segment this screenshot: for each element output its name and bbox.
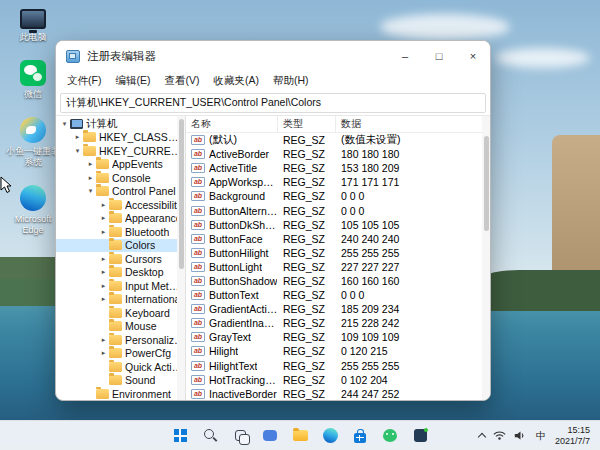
value-name-cell: abActiveTitle bbox=[186, 162, 278, 174]
value-row[interactable]: abHilightTextREG_SZ255 255 255 bbox=[186, 359, 482, 373]
start-icon bbox=[174, 429, 187, 442]
address-input[interactable] bbox=[60, 93, 486, 113]
tree-item[interactable]: ▸Personalization bbox=[56, 333, 185, 347]
taskbar-edge-button[interactable] bbox=[317, 423, 343, 449]
tree-item[interactable]: Quick Actions bbox=[56, 360, 185, 374]
list-scrollbar[interactable] bbox=[482, 116, 490, 400]
menu-item[interactable]: 文件(F) bbox=[60, 71, 108, 90]
chevron-right-icon[interactable]: ▸ bbox=[98, 201, 109, 209]
list-scrollbar-thumb[interactable] bbox=[484, 136, 489, 231]
value-row[interactable]: abButtonLightREG_SZ227 227 227 bbox=[186, 260, 482, 274]
value-row[interactable]: abButtonHilightREG_SZ255 255 255 bbox=[186, 246, 482, 260]
taskbar-task-view-button[interactable] bbox=[227, 423, 253, 449]
desktop-icon-this-pc[interactable]: 此电脑 bbox=[2, 6, 64, 43]
chevron-right-icon[interactable]: ▸ bbox=[98, 228, 109, 236]
taskbar-store-button[interactable] bbox=[347, 423, 373, 449]
value-row[interactable]: abInactiveBorderREG_SZ244 247 252 bbox=[186, 387, 482, 400]
tree-item[interactable]: ▸Appearance bbox=[56, 212, 185, 226]
folder-icon bbox=[109, 294, 122, 304]
tree-item[interactable]: ▸PowerCfg bbox=[56, 347, 185, 361]
value-row[interactable]: abGradientActive...REG_SZ185 209 234 bbox=[186, 302, 482, 316]
tree-item[interactable]: ▸Cursors bbox=[56, 252, 185, 266]
value-row[interactable]: abButtonAlternat...REG_SZ0 0 0 bbox=[186, 203, 482, 217]
value-row[interactable]: ab(默认)REG_SZ(数值未设置) bbox=[186, 133, 482, 147]
tree-item[interactable]: ▸Input Method bbox=[56, 279, 185, 293]
value-row[interactable]: abButtonTextREG_SZ0 0 0 bbox=[186, 288, 482, 302]
tree-item[interactable]: ▸Accessibility bbox=[56, 198, 185, 212]
tree-item[interactable]: ▸International bbox=[56, 293, 185, 307]
chevron-right-icon[interactable]: ▸ bbox=[98, 336, 109, 344]
taskbar-start-button[interactable] bbox=[167, 423, 193, 449]
tree-scrollbar-thumb[interactable] bbox=[179, 119, 184, 269]
value-row[interactable]: abBackgroundREG_SZ0 0 0 bbox=[186, 189, 482, 203]
value-row[interactable]: abHotTrackingCo...REG_SZ0 102 204 bbox=[186, 373, 482, 387]
tree-item-label: Cursors bbox=[125, 253, 162, 265]
value-row[interactable]: abActiveTitleREG_SZ153 180 209 bbox=[186, 161, 482, 175]
value-row[interactable]: abButtonShadowREG_SZ160 160 160 bbox=[186, 274, 482, 288]
menu-item[interactable]: 帮助(H) bbox=[266, 71, 316, 90]
tree-item[interactable]: ▸Console bbox=[56, 171, 185, 185]
column-header[interactable]: 类型 bbox=[278, 116, 336, 132]
chevron-down-icon[interactable]: ▾ bbox=[85, 187, 96, 195]
minimize-button[interactable]: – bbox=[388, 41, 422, 71]
value-data: 185 209 234 bbox=[336, 303, 482, 315]
tree-scrollbar[interactable] bbox=[177, 116, 185, 400]
tree-item[interactable]: Environment bbox=[56, 387, 185, 400]
tree-item[interactable]: Keyboard bbox=[56, 306, 185, 320]
chevron-down-icon[interactable]: ▾ bbox=[72, 147, 83, 155]
taskbar-file-explorer-button[interactable] bbox=[287, 423, 313, 449]
chevron-right-icon[interactable]: ▸ bbox=[98, 295, 109, 303]
chevron-right-icon[interactable]: ▸ bbox=[98, 349, 109, 357]
volume-icon[interactable] bbox=[510, 423, 531, 449]
tree-item[interactable]: Mouse bbox=[56, 320, 185, 334]
tree-item[interactable]: ▾计算机 bbox=[56, 117, 185, 131]
menu-item[interactable]: 查看(V) bbox=[157, 71, 206, 90]
close-button[interactable]: × bbox=[456, 41, 490, 71]
chevron-down-icon[interactable]: ▾ bbox=[59, 120, 70, 128]
value-row[interactable]: abButtonDkShad...REG_SZ105 105 105 bbox=[186, 218, 482, 232]
value-row[interactable]: abButtonFaceREG_SZ240 240 240 bbox=[186, 232, 482, 246]
menu-item[interactable]: 编辑(E) bbox=[108, 71, 157, 90]
reg-sz-icon: ab bbox=[191, 149, 205, 159]
tree-item[interactable]: ▸AppEvents bbox=[56, 158, 185, 172]
tree-item[interactable]: ▸Desktop bbox=[56, 266, 185, 280]
taskbar-search-button[interactable] bbox=[197, 423, 223, 449]
chevron-right-icon[interactable]: ▸ bbox=[85, 174, 96, 182]
ime-indicator[interactable]: 中 bbox=[531, 423, 551, 449]
column-header[interactable]: 数据 bbox=[336, 116, 482, 132]
taskbar-chat-button[interactable] bbox=[257, 423, 283, 449]
value-row[interactable]: abHilightREG_SZ0 120 215 bbox=[186, 344, 482, 358]
taskbar-wechat-button[interactable] bbox=[377, 423, 403, 449]
title-bar[interactable]: 注册表编辑器 – □ × bbox=[56, 41, 490, 71]
taskbar-app-button[interactable] bbox=[407, 423, 433, 449]
value-row[interactable]: abGradientInactiv...REG_SZ215 228 242 bbox=[186, 316, 482, 330]
column-header[interactable]: 名称 bbox=[186, 116, 278, 132]
tray-chevron-up-icon[interactable] bbox=[475, 423, 489, 449]
tree-item[interactable]: Colors bbox=[56, 239, 185, 253]
wifi-icon[interactable] bbox=[489, 423, 510, 449]
value-row[interactable]: abAppWorkspaceREG_SZ171 171 171 bbox=[186, 175, 482, 189]
chevron-right-icon[interactable]: ▸ bbox=[98, 268, 109, 276]
menu-item[interactable]: 收藏夹(A) bbox=[206, 71, 266, 90]
folder-icon bbox=[109, 362, 122, 372]
wechat-icon bbox=[20, 60, 46, 86]
tree-item[interactable]: ▾Control Panel bbox=[56, 185, 185, 199]
tree-item-label: International bbox=[125, 293, 183, 305]
value-row[interactable]: abActiveBorderREG_SZ180 180 180 bbox=[186, 147, 482, 161]
chevron-right-icon[interactable]: ▸ bbox=[72, 133, 83, 141]
value-name: InactiveBorder bbox=[209, 388, 277, 400]
tree-item[interactable]: Sound bbox=[56, 374, 185, 388]
chevron-right-icon[interactable]: ▸ bbox=[98, 214, 109, 222]
tree-item[interactable]: ▸Bluetooth bbox=[56, 225, 185, 239]
chevron-right-icon[interactable]: ▸ bbox=[85, 160, 96, 168]
clock[interactable]: 15:15 2021/7/7 bbox=[551, 425, 596, 447]
value-row[interactable]: abGrayTextREG_SZ109 109 109 bbox=[186, 330, 482, 344]
tree-item[interactable]: ▾HKEY_CURRENT_USER bbox=[56, 144, 185, 158]
folder-icon bbox=[109, 200, 122, 210]
chevron-right-icon[interactable]: ▸ bbox=[98, 282, 109, 290]
reg-sz-icon: ab bbox=[191, 163, 205, 173]
store-icon bbox=[354, 433, 366, 443]
maximize-button[interactable]: □ bbox=[422, 41, 456, 71]
tree-item[interactable]: ▸HKEY_CLASSES_ROOT bbox=[56, 131, 185, 145]
chevron-right-icon[interactable]: ▸ bbox=[98, 255, 109, 263]
